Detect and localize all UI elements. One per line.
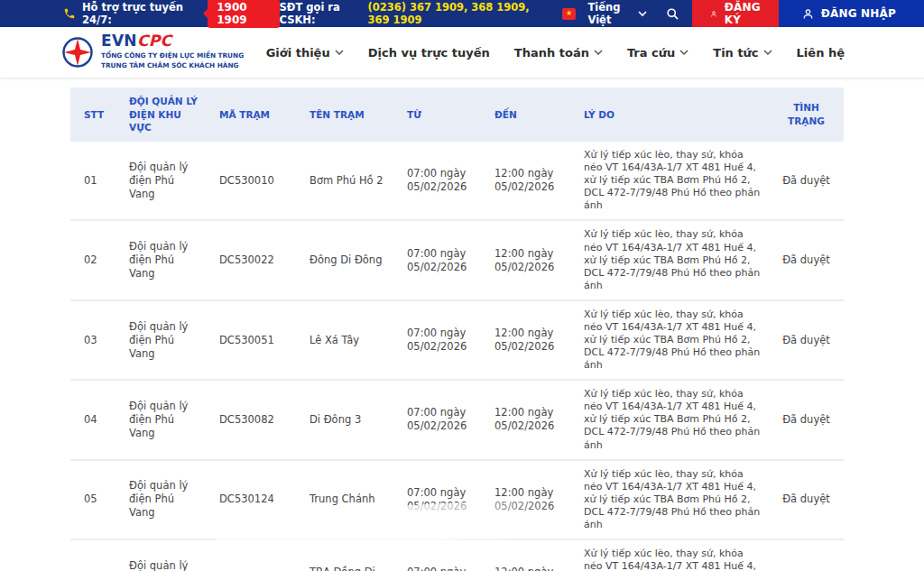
col-header-name: TÊN TRẠM	[300, 87, 398, 142]
cell-name: Trung Chánh	[300, 460, 398, 539]
cell-reason: Xử lý tiếp xúc lèo, thay sứ, khóa néo VT…	[575, 142, 769, 220]
brand-tagline-2: TRUNG TÂM CHĂM SÓC KHÁCH HÀNG	[101, 61, 244, 71]
cell-name: Bơm Phú Hồ 2	[300, 142, 398, 220]
col-header-code: MÃ TRẠM	[210, 87, 300, 142]
outage-schedule-table: STT ĐỘI QUẢN LÝ ĐIỆN KHU VỰC MÃ TRẠM TÊN…	[70, 87, 844, 571]
topbar-right: SĐT gọi ra CSKH: (0236) 367 1909, 368 19…	[280, 0, 924, 27]
nav-item-label: Tra cứu	[627, 46, 675, 60]
col-header-to: ĐẾN	[485, 87, 575, 142]
brand-cpc: CPC	[137, 32, 171, 50]
cell-stt: 01	[70, 142, 120, 220]
cell-code: DC530082	[210, 380, 300, 459]
cell-from: 07:00 ngày 05/02/2026	[398, 220, 485, 299]
cell-reason: Xử lý tiếp xúc lèo, thay sứ, khóa néo VT…	[575, 220, 769, 299]
cell-stt: 04	[70, 380, 120, 459]
cell-team: Đội quản lý điện Phú Vang	[120, 460, 210, 539]
table-row[interactable]: 01 Đội quản lý điện Phú Vang DC530010 Bơ…	[70, 142, 844, 220]
cell-to: 12:00 ngày 05/02/2026	[485, 380, 575, 459]
cell-name: TBA Đồng Di Đông 4	[300, 539, 398, 571]
register-button[interactable]: ĐĂNG KÝ	[692, 0, 779, 27]
nav-item-0[interactable]: Giới thiệu	[266, 46, 344, 60]
table-row[interactable]: 03 Đội quản lý điện Phú Vang DC530051 Lê…	[70, 300, 844, 380]
cell-to: 12:00 ngày 05/02/2026	[485, 539, 575, 571]
col-header-status: TÌNH TRẠNG	[769, 87, 844, 142]
nav-item-5[interactable]: Liên hệ	[797, 46, 845, 60]
language-selector[interactable]: Tiếng Việt	[587, 1, 646, 26]
nav-item-label: Giới thiệu	[266, 46, 330, 60]
col-header-stt: STT	[70, 87, 120, 142]
brand-evn: EVN	[101, 32, 137, 50]
brand-tagline-1: TỔNG CÔNG TY ĐIỆN LỰC MIỀN TRUNG	[101, 51, 244, 61]
login-button[interactable]: ĐĂNG NHẬP	[779, 0, 924, 27]
chevron-down-icon	[638, 11, 647, 17]
support-hotline-group: Hỗ trợ trực tuyến 24/7: 1900 1909	[0, 0, 280, 27]
phone-icon	[63, 7, 76, 20]
user-icon	[802, 8, 814, 20]
cell-team: Đội quản lý điện Phú Vang	[120, 539, 210, 571]
cell-code: DC530051	[210, 300, 300, 380]
table-row[interactable]: 04 Đội quản lý điện Phú Vang DC530082 Di…	[70, 380, 844, 459]
nav-item-3[interactable]: Tra cứu	[627, 46, 688, 60]
evn-star-logo-icon	[61, 36, 94, 69]
cell-code: DC530124	[210, 460, 300, 539]
table-row[interactable]: 02 Đội quản lý điện Phú Vang DC530022 Đô…	[70, 220, 844, 299]
cskh-numbers: (0236) 367 1909, 368 1909, 369 1909	[367, 1, 547, 26]
register-label: ĐĂNG KÝ	[725, 1, 761, 26]
brand-text: EVNCPC TỔNG CÔNG TY ĐIỆN LỰC MIỀN TRUNG …	[101, 33, 244, 71]
col-header-team: ĐỘI QUẢN LÝ ĐIỆN KHU VỰC	[120, 87, 210, 142]
main-nav: Giới thiệu Dịch vụ trực tuyến Thanh toán…	[266, 46, 845, 60]
cell-name: Đông Di Đông	[300, 220, 398, 299]
cell-from: 07:00 ngày 05/02/2026	[398, 380, 485, 459]
cell-reason: Xử lý tiếp xúc lèo, thay sứ, khóa néo VT…	[575, 380, 769, 459]
cell-status: Đã duyệt	[769, 220, 844, 299]
nav-item-4[interactable]: Tin tức	[713, 46, 772, 60]
nav-item-label: Liên hệ	[797, 46, 845, 60]
nav-item-2[interactable]: Thanh toán	[514, 46, 603, 60]
cell-status: Đã duyệt	[769, 539, 844, 571]
col-header-reason: LÝ DO	[575, 87, 769, 142]
cell-team: Đội quản lý điện Phú Vang	[120, 142, 210, 220]
cell-to: 12:00 ngày 05/02/2026	[485, 460, 575, 539]
cskh-label: SĐT gọi ra CSKH:	[280, 1, 362, 26]
cell-team: Đội quản lý điện Phú Vang	[120, 380, 210, 459]
cell-status: Đã duyệt	[769, 142, 844, 220]
cell-stt: 02	[70, 220, 120, 299]
outage-table-body: 01 Đội quản lý điện Phú Vang DC530010 Bơ…	[70, 142, 844, 571]
vietnam-flag-icon: ★	[562, 8, 577, 20]
cell-team: Đội quản lý điện Phú Vang	[120, 300, 210, 380]
chevron-down-icon	[335, 50, 344, 56]
col-header-from: TỪ	[398, 87, 485, 142]
cell-from: 07:00 ngày 05/02/2026	[398, 460, 485, 539]
table-row[interactable]: 06 Đội quản lý điện Phú Vang DC530327 TB…	[70, 539, 844, 571]
cell-stt: 03	[70, 300, 120, 380]
chevron-down-icon	[594, 50, 603, 56]
cell-stt: 06	[70, 539, 120, 571]
table-row[interactable]: 05 Đội quản lý điện Phú Vang DC530124 Tr…	[70, 460, 844, 539]
nav-item-1[interactable]: Dịch vụ trực tuyến	[368, 46, 490, 60]
chevron-down-icon	[679, 50, 688, 56]
site-header: EVNCPC TỔNG CÔNG TY ĐIỆN LỰC MIỀN TRUNG …	[0, 27, 924, 78]
cell-reason: Xử lý tiếp xúc lèo, thay sứ, khóa néo VT…	[575, 539, 769, 571]
nav-item-label: Dịch vụ trực tuyến	[368, 46, 490, 60]
language-label: Tiếng Việt	[587, 1, 633, 26]
nav-item-label: Thanh toán	[514, 46, 589, 60]
search-icon[interactable]	[657, 7, 692, 21]
cell-to: 12:00 ngày 05/02/2026	[485, 300, 575, 380]
cell-code: DC530010	[210, 142, 300, 220]
cell-from: 07:00 ngày 05/02/2026	[398, 539, 485, 571]
brand-logo[interactable]: EVNCPC TỔNG CÔNG TY ĐIỆN LỰC MIỀN TRUNG …	[61, 33, 244, 71]
cell-code: DC530327	[210, 539, 300, 571]
nav-item-label: Tin tức	[713, 46, 758, 60]
login-label: ĐĂNG NHẬP	[821, 7, 896, 20]
cell-to: 12:00 ngày 05/02/2026	[485, 220, 575, 299]
table-header-row: STT ĐỘI QUẢN LÝ ĐIỆN KHU VỰC MÃ TRẠM TÊN…	[70, 87, 844, 142]
user-icon	[710, 8, 717, 20]
cell-reason: Xử lý tiếp xúc lèo, thay sứ, khóa néo VT…	[575, 300, 769, 380]
topbar: Hỗ trợ trực tuyến 24/7: 1900 1909 SĐT gọ…	[0, 0, 924, 27]
hotline-badge[interactable]: 1900 1909	[208, 0, 279, 28]
cell-from: 07:00 ngày 05/02/2026	[398, 300, 485, 380]
support-label: Hỗ trợ trực tuyến 24/7:	[82, 1, 194, 26]
cell-name: Di Đông 3	[300, 380, 398, 459]
cell-to: 12:00 ngày 05/02/2026	[485, 142, 575, 220]
cell-name: Lê Xá Tây	[300, 300, 398, 380]
